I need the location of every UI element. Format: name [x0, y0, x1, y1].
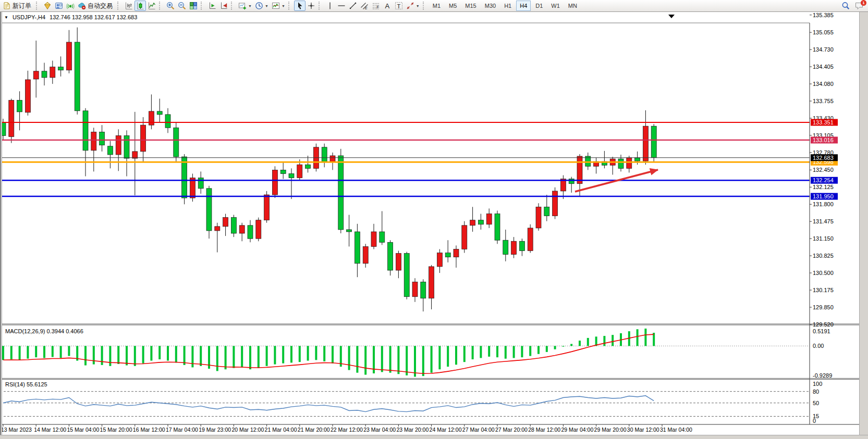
- svg-text:131.800: 131.800: [813, 201, 834, 207]
- svg-text:132.125: 132.125: [813, 184, 834, 190]
- candle-body: [83, 111, 88, 150]
- svg-text:24 Mar 12:00: 24 Mar 12:00: [430, 427, 462, 433]
- timeframe-d1[interactable]: D1: [532, 1, 546, 11]
- zoom-in-button[interactable]: [165, 1, 176, 11]
- macd-histogram-bar: [472, 346, 474, 359]
- cursor-tool-button[interactable]: [294, 1, 305, 11]
- svg-text:131.150: 131.150: [813, 235, 834, 242]
- clock-icon: [255, 2, 263, 10]
- timeframe-mn[interactable]: MN: [565, 1, 581, 11]
- candle-body: [264, 195, 270, 220]
- svg-text:T: T: [397, 3, 400, 9]
- autoscroll-icon: [208, 2, 216, 10]
- macd-histogram-bar: [406, 346, 408, 375]
- tile-windows-button[interactable]: [188, 1, 199, 11]
- cursor-icon: [296, 2, 304, 10]
- bar-chart-button[interactable]: [123, 1, 135, 11]
- candle-body: [149, 111, 154, 125]
- macd-histogram-bar: [134, 346, 136, 366]
- auto-scroll-button[interactable]: [206, 1, 218, 11]
- arrows-tool[interactable]: ▼: [405, 1, 421, 11]
- autotrading-button[interactable]: 自动交易: [76, 1, 116, 11]
- horizontal-line-tool[interactable]: [336, 1, 347, 11]
- candle-body: [528, 228, 533, 251]
- candle-body: [239, 225, 244, 233]
- price-chart-canvas[interactable]: 135.385135.055134.730134.405134.080133.7…: [0, 12, 868, 439]
- fibonacci-tool[interactable]: F: [370, 1, 382, 11]
- line-chart-button[interactable]: [146, 1, 157, 11]
- toolbar-group-separator: [288, 2, 292, 10]
- trendline-icon: [349, 2, 357, 10]
- svg-text:15 Mar 20:00: 15 Mar 20:00: [100, 427, 132, 433]
- svg-text:14 Mar 12:00: 14 Mar 12:00: [34, 427, 66, 433]
- macd-histogram-bar: [225, 346, 227, 369]
- autotrade-icon: [78, 2, 86, 10]
- timeframe-h4[interactable]: H4: [516, 1, 531, 11]
- search-button[interactable]: [840, 1, 851, 11]
- candle-body: [42, 71, 47, 78]
- macd-histogram-bar: [447, 346, 449, 367]
- channel-tool[interactable]: E: [359, 1, 370, 11]
- candle-body: [231, 218, 236, 233]
- market-watch-button[interactable]: [42, 1, 53, 11]
- macd-histogram-bar: [249, 346, 251, 369]
- svg-text:132.683: 132.683: [813, 155, 834, 161]
- svg-text:23 Mar 20:00: 23 Mar 20:00: [396, 427, 429, 433]
- price-axis[interactable]: 135.385135.055134.730134.405134.080133.7…: [810, 12, 838, 328]
- symbol-timeframe-label: USDJPY-,H4: [13, 14, 45, 20]
- crosshair-icon: [307, 2, 315, 10]
- timeframe-m1[interactable]: M1: [429, 1, 444, 11]
- rsi-line: [3, 396, 654, 412]
- chat-button[interactable]: 1: [853, 1, 865, 11]
- rsi-pane[interactable]: 1008050150: [0, 381, 822, 424]
- timeframe-w1[interactable]: W1: [547, 1, 564, 11]
- timeframe-h1[interactable]: H1: [500, 1, 515, 11]
- candle-body: [280, 170, 286, 173]
- svg-text:0.00: 0.00: [813, 343, 824, 349]
- svg-text:135.385: 135.385: [813, 12, 834, 18]
- candle-body: [91, 132, 96, 150]
- svg-text:28 Mar 12:00: 28 Mar 12:00: [528, 427, 560, 433]
- vertical-line-tool[interactable]: [324, 1, 336, 11]
- chart-frame: [0, 23, 868, 424]
- zoomin-icon: [166, 2, 175, 10]
- marketwatch-icon: [43, 2, 52, 10]
- chevron-down-icon: ▼: [265, 4, 268, 8]
- candle-body: [643, 126, 648, 161]
- trendline-tool[interactable]: [347, 1, 359, 11]
- crosshair-tool-button[interactable]: [305, 1, 317, 11]
- hline-objects[interactable]: [0, 122, 810, 196]
- new-chart-button[interactable]: ▼: [237, 1, 253, 11]
- timeframe-m15[interactable]: M15: [461, 1, 480, 11]
- macd-pane[interactable]: 0.51910.00-0.9289: [0, 328, 832, 379]
- macd-histogram-bar: [463, 346, 466, 362]
- svg-text:130.175: 130.175: [813, 287, 834, 293]
- signals-button[interactable]: [65, 1, 76, 11]
- candlestick-chart-button[interactable]: [135, 1, 146, 11]
- macd-histogram-bar: [480, 346, 482, 358]
- timeframe-m5[interactable]: M5: [445, 1, 460, 11]
- chart-window[interactable]: 135.385135.055134.730134.405134.080133.7…: [0, 12, 868, 439]
- hline-icon: [337, 2, 346, 10]
- candle-body: [215, 227, 220, 231]
- macd-histogram-bar: [167, 346, 169, 360]
- zoom-out-button[interactable]: [176, 1, 188, 11]
- terminal-button[interactable]: [53, 1, 65, 11]
- macd-histogram-bar: [52, 346, 54, 357]
- candle-body: [627, 158, 632, 168]
- macd-histogram-bar: [109, 346, 111, 366]
- indicators-button[interactable]: ▼: [270, 1, 287, 11]
- macd-histogram-bar: [126, 346, 128, 365]
- text-tool[interactable]: A: [382, 1, 393, 11]
- candle-body: [429, 267, 434, 298]
- chart-shift-button[interactable]: [218, 1, 229, 11]
- time-axis[interactable]: 13 Mar 202314 Mar 12:0015 Mar 04:0015 Ma…: [1, 424, 692, 433]
- macd-histogram-bar: [84, 346, 87, 365]
- symbol-dropdown-icon[interactable]: ▼: [4, 15, 8, 20]
- periods-button[interactable]: ▼: [253, 1, 270, 11]
- new-order-button[interactable]: 新订单: [1, 1, 34, 11]
- text-label-tool[interactable]: T: [393, 1, 405, 11]
- window-right-edge: [859, 12, 868, 439]
- timeframe-m30[interactable]: M30: [481, 1, 499, 11]
- chart-shift-marker[interactable]: [668, 15, 675, 18]
